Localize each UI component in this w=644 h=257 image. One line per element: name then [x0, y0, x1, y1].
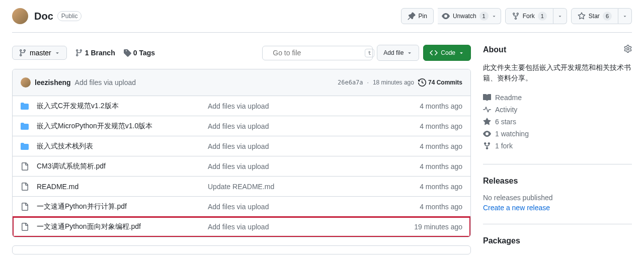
activity-icon: [483, 106, 491, 114]
fork-button[interactable]: Fork 1: [505, 8, 553, 24]
file-icon: [21, 162, 29, 170]
releases-title[interactable]: Releases: [483, 177, 518, 186]
file-name[interactable]: 嵌入式技术栈列表: [37, 142, 208, 151]
commit-author-avatar[interactable]: [21, 77, 31, 88]
visibility-badge: Public: [57, 11, 82, 21]
file-time: 4 months ago: [420, 122, 462, 130]
file-time: 4 months ago: [420, 162, 462, 170]
file-commit-message[interactable]: Add files via upload: [208, 162, 420, 170]
caret-down-icon: [492, 14, 497, 19]
add-file-button[interactable]: Add file: [377, 45, 419, 61]
stars-link[interactable]: 6 stars: [483, 116, 632, 128]
commits-link[interactable]: 74 Commits: [418, 78, 462, 87]
file-name[interactable]: 嵌入式C开发规范v1.2版本: [37, 102, 208, 111]
watching-link[interactable]: 1 watching: [483, 128, 632, 140]
commit-time: 18 minutes ago: [373, 79, 414, 86]
star-icon: [578, 12, 586, 20]
caret-down-icon: [557, 14, 562, 19]
fork-dropdown[interactable]: [553, 8, 567, 24]
file-search-input[interactable]: [273, 49, 361, 57]
packages-title[interactable]: Packages: [483, 236, 520, 245]
caret-down-icon: [407, 50, 413, 56]
unwatch-button[interactable]: Unwatch 1: [438, 8, 501, 24]
folder-icon: [21, 142, 29, 150]
no-releases: No releases published: [483, 194, 632, 202]
file-commit-message[interactable]: Add files via upload: [208, 203, 420, 211]
file-row: 一文速通Python面向对象编程.pdfAdd files via upload…: [13, 217, 470, 237]
commit-message[interactable]: Add files via upload: [75, 78, 136, 87]
branch-icon: [75, 49, 83, 57]
code-icon: [430, 49, 438, 57]
pin-button[interactable]: Pin: [401, 8, 434, 24]
latest-commit-row: leezisheng Add files via upload 26e6a7a …: [13, 69, 470, 96]
repo-title[interactable]: Doc: [34, 11, 53, 22]
file-time: 4 months ago: [420, 142, 462, 150]
folder-icon: [21, 102, 29, 110]
branch-selector[interactable]: master: [12, 46, 67, 60]
eye-icon: [442, 12, 450, 20]
about-title: About: [483, 45, 506, 54]
tag-icon: [123, 49, 131, 57]
history-icon: [418, 78, 426, 87]
pin-icon: [408, 12, 416, 20]
forks-link[interactable]: 1 fork: [483, 140, 632, 152]
eye-icon: [483, 130, 491, 138]
file-time: 4 months ago: [420, 102, 462, 110]
search-shortcut: t: [365, 49, 374, 57]
tags-link[interactable]: 0 Tags: [123, 49, 155, 57]
file-commit-message[interactable]: Add files via upload: [208, 223, 414, 231]
readme-box: [12, 245, 471, 254]
file-time: 19 minutes ago: [414, 223, 462, 231]
fork-count: 1: [538, 12, 547, 21]
file-icon: [21, 223, 29, 231]
caret-down-icon: [54, 50, 60, 56]
file-commit-message[interactable]: Add files via upload: [208, 102, 420, 110]
gear-icon: [624, 45, 632, 53]
star-count: 6: [603, 12, 612, 21]
file-icon: [21, 183, 29, 191]
create-release-link[interactable]: Create a new release: [483, 204, 550, 212]
file-listing: leezisheng Add files via upload 26e6a7a …: [12, 69, 471, 237]
star-button[interactable]: Star 6: [571, 8, 618, 24]
file-name[interactable]: 一文速通Python面向对象编程.pdf: [37, 222, 208, 231]
file-time: 4 months ago: [420, 203, 462, 211]
commit-hash[interactable]: 26e6a7a: [338, 79, 363, 86]
file-row: 嵌入式C开发规范v1.2版本Add files via upload4 mont…: [13, 96, 470, 116]
file-name[interactable]: 嵌入式MicroPython开发规范v1.0版本: [37, 122, 208, 131]
fork-icon: [512, 12, 520, 20]
activity-link[interactable]: Activity: [483, 104, 632, 116]
fork-icon: [483, 142, 491, 150]
file-name[interactable]: CM3调试系统简析.pdf: [37, 162, 208, 171]
file-name[interactable]: 一文速通Python并行计算.pdf: [37, 202, 208, 211]
file-row: 嵌入式MicroPython开发规范v1.0版本Add files via up…: [13, 116, 470, 136]
book-icon: [483, 94, 491, 102]
commit-author[interactable]: leezisheng: [35, 78, 71, 87]
branch-icon: [19, 49, 27, 57]
caret-down-icon: [622, 14, 627, 19]
settings-button[interactable]: [624, 45, 632, 54]
caret-down-icon: [458, 50, 464, 56]
file-commit-message[interactable]: Add files via upload: [208, 142, 420, 150]
file-row: README.mdUpdate README.md4 months ago: [13, 177, 470, 197]
watch-count: 1: [479, 12, 489, 21]
owner-avatar[interactable]: [12, 8, 28, 24]
file-commit-message[interactable]: Update README.md: [208, 183, 420, 191]
file-commit-message[interactable]: Add files via upload: [208, 122, 420, 130]
file-row: 一文速通Python并行计算.pdfAdd files via upload4 …: [13, 197, 470, 217]
file-name[interactable]: README.md: [37, 183, 208, 191]
code-button[interactable]: Code: [423, 45, 471, 61]
readme-link[interactable]: Readme: [483, 92, 632, 104]
about-description: 此文件夹主要包括嵌入式开发规范和相关技术书籍、资料分享。: [483, 62, 632, 83]
file-icon: [21, 203, 29, 211]
file-search[interactable]: t: [262, 46, 373, 60]
file-row: 嵌入式技术栈列表Add files via upload4 months ago: [13, 136, 470, 156]
file-time: 4 months ago: [420, 183, 462, 191]
branches-link[interactable]: 1 Branch: [75, 49, 115, 57]
folder-icon: [21, 122, 29, 130]
star-icon: [483, 118, 491, 126]
star-dropdown[interactable]: [618, 8, 632, 24]
file-row: CM3调试系统简析.pdfAdd files via upload4 month…: [13, 156, 470, 177]
